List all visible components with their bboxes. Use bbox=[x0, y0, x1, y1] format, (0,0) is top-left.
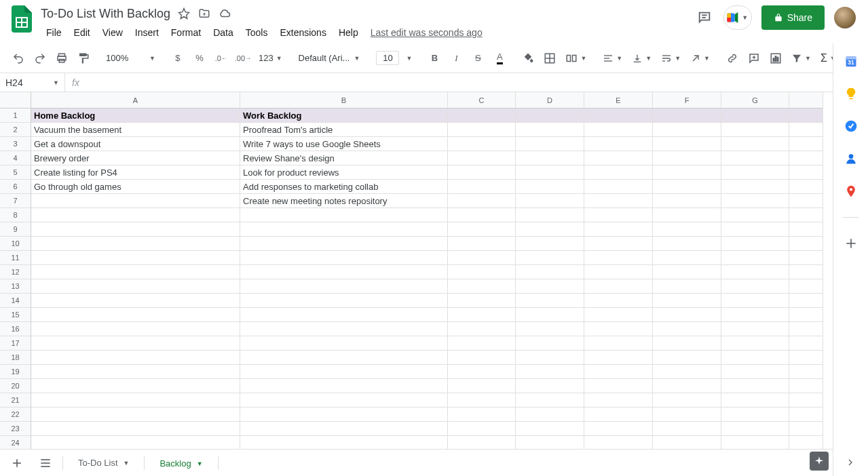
cell[interactable] bbox=[516, 108, 584, 123]
cell[interactable] bbox=[653, 322, 721, 336]
cell[interactable] bbox=[721, 237, 789, 251]
cell[interactable] bbox=[240, 436, 448, 449]
cell[interactable] bbox=[240, 422, 448, 436]
row-header[interactable]: 11 bbox=[0, 251, 31, 265]
more-formats-dropdown[interactable]: 123▼ bbox=[254, 48, 286, 68]
cell[interactable] bbox=[240, 365, 448, 379]
row-header[interactable]: 16 bbox=[0, 322, 31, 336]
cell[interactable] bbox=[789, 351, 823, 365]
cell[interactable] bbox=[584, 151, 653, 165]
cell[interactable] bbox=[653, 108, 721, 123]
cell[interactable] bbox=[584, 322, 653, 336]
cell[interactable] bbox=[721, 265, 789, 279]
h-align-dropdown[interactable]: ▼ bbox=[599, 48, 626, 68]
cell[interactable] bbox=[789, 208, 823, 222]
row-header[interactable]: 22 bbox=[0, 408, 31, 422]
cell[interactable] bbox=[789, 408, 823, 422]
cell[interactable] bbox=[584, 336, 653, 351]
cell[interactable] bbox=[516, 294, 584, 308]
cell[interactable] bbox=[721, 408, 789, 422]
currency-button[interactable]: $ bbox=[168, 48, 188, 68]
v-align-dropdown[interactable]: ▼ bbox=[628, 48, 656, 68]
sheets-logo[interactable] bbox=[8, 5, 35, 33]
cell[interactable] bbox=[31, 308, 240, 322]
cell[interactable] bbox=[789, 265, 823, 279]
cell[interactable] bbox=[721, 194, 789, 208]
cell[interactable] bbox=[240, 322, 448, 336]
cell[interactable] bbox=[516, 151, 584, 165]
cell[interactable] bbox=[584, 393, 653, 408]
spreadsheet-grid[interactable]: ABCDEFG1Home BacklogWork Backlog2Vacuum … bbox=[0, 92, 833, 449]
explore-button[interactable] bbox=[810, 452, 829, 471]
cell[interactable] bbox=[789, 294, 823, 308]
tasks-icon[interactable] bbox=[844, 119, 858, 133]
cloud-icon[interactable] bbox=[218, 7, 231, 20]
insert-chart-button[interactable] bbox=[766, 48, 786, 68]
meet-button[interactable]: ▼ bbox=[723, 5, 752, 30]
cell[interactable] bbox=[448, 408, 516, 422]
cell[interactable] bbox=[31, 365, 240, 379]
cell[interactable] bbox=[516, 336, 584, 351]
cell[interactable]: Add responses to marketing collab bbox=[240, 180, 448, 194]
cell[interactable] bbox=[789, 422, 823, 436]
cell[interactable] bbox=[789, 108, 823, 123]
menu-edit[interactable]: Edit bbox=[69, 24, 96, 41]
cell[interactable] bbox=[789, 365, 823, 379]
cell[interactable] bbox=[584, 165, 653, 180]
cell[interactable] bbox=[789, 436, 823, 449]
cell[interactable] bbox=[653, 222, 721, 237]
cell[interactable] bbox=[721, 180, 789, 194]
percent-button[interactable]: % bbox=[189, 48, 210, 68]
cell[interactable] bbox=[721, 108, 789, 123]
cell[interactable] bbox=[789, 123, 823, 137]
cell[interactable] bbox=[516, 123, 584, 137]
cell[interactable] bbox=[516, 137, 584, 151]
row-header[interactable]: 19 bbox=[0, 365, 31, 379]
cell[interactable]: Home Backlog bbox=[31, 108, 240, 123]
cell[interactable] bbox=[448, 279, 516, 294]
strikethrough-button[interactable]: S bbox=[468, 48, 488, 68]
cell[interactable] bbox=[653, 422, 721, 436]
cell[interactable] bbox=[721, 422, 789, 436]
cell[interactable]: Work Backlog bbox=[240, 108, 448, 123]
cell[interactable] bbox=[240, 265, 448, 279]
borders-button[interactable] bbox=[540, 48, 560, 68]
cell[interactable] bbox=[448, 108, 516, 123]
row-header[interactable]: 2 bbox=[0, 123, 31, 137]
insert-comment-button[interactable] bbox=[744, 48, 764, 68]
col-header[interactable]: C bbox=[448, 92, 516, 108]
row-header[interactable]: 14 bbox=[0, 294, 31, 308]
cell[interactable]: Go through old games bbox=[31, 180, 240, 194]
cell[interactable] bbox=[584, 237, 653, 251]
col-header[interactable]: F bbox=[653, 92, 721, 108]
fill-color-button[interactable] bbox=[518, 48, 538, 68]
formula-input[interactable] bbox=[86, 73, 868, 92]
cell[interactable] bbox=[31, 208, 240, 222]
row-header[interactable]: 20 bbox=[0, 379, 31, 393]
maps-icon[interactable] bbox=[844, 184, 858, 198]
cell[interactable] bbox=[584, 123, 653, 137]
menu-extensions[interactable]: Extensions bbox=[274, 24, 331, 41]
bold-button[interactable]: B bbox=[424, 48, 445, 68]
add-sheet-button[interactable] bbox=[5, 452, 29, 475]
row-header[interactable]: 1 bbox=[0, 108, 31, 123]
cell[interactable] bbox=[721, 222, 789, 237]
cell[interactable] bbox=[584, 222, 653, 237]
rotate-dropdown[interactable]: ▼ bbox=[686, 48, 714, 68]
row-header[interactable]: 23 bbox=[0, 422, 31, 436]
cell[interactable] bbox=[240, 222, 448, 237]
menu-insert[interactable]: Insert bbox=[130, 24, 164, 41]
menu-help[interactable]: Help bbox=[333, 24, 364, 41]
cell[interactable]: Look for product reviews bbox=[240, 165, 448, 180]
cell[interactable] bbox=[240, 208, 448, 222]
filter-dropdown[interactable]: ▼ bbox=[787, 48, 815, 68]
cell[interactable] bbox=[516, 265, 584, 279]
cell[interactable] bbox=[721, 165, 789, 180]
cell[interactable] bbox=[516, 408, 584, 422]
cell[interactable] bbox=[31, 194, 240, 208]
cell[interactable] bbox=[721, 436, 789, 449]
doc-title[interactable]: To-Do List With Backlog bbox=[41, 7, 170, 21]
cell[interactable] bbox=[448, 137, 516, 151]
cell[interactable] bbox=[653, 123, 721, 137]
cell[interactable] bbox=[653, 279, 721, 294]
